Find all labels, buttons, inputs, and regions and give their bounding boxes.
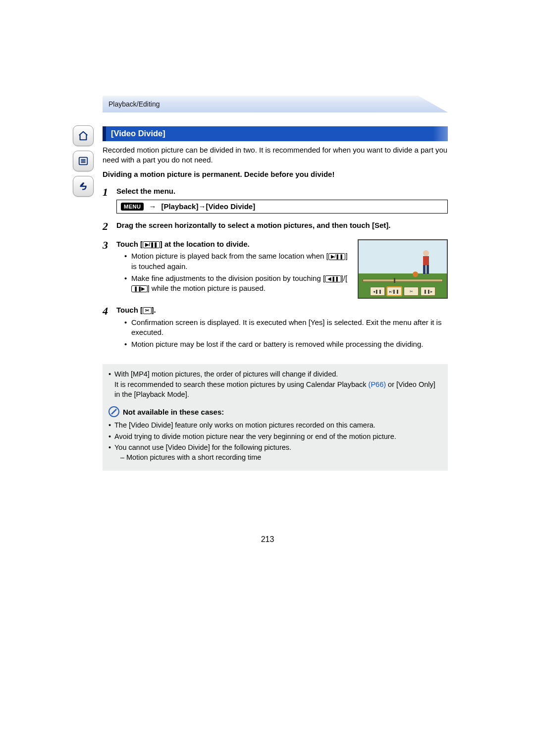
menu-path-video-divide: [Video Divide] [206, 202, 255, 211]
step-1: 1 Select the menu. MENU → [Playback]→[Vi… [103, 186, 448, 214]
na-bullet-3: You cannot use [Video Divide] for the fo… [108, 442, 442, 463]
nav-home-button[interactable] [73, 125, 94, 146]
intro-text: Recorded motion picture can be divided i… [103, 145, 448, 165]
na-bullet-1: The [Video Divide] feature only works on… [108, 420, 442, 430]
menu-path-playback: [Playback] [161, 202, 198, 211]
section-title-bar: [Video Divide] [103, 126, 448, 141]
step-3-bullet-1: Motion picture is played back from the s… [124, 251, 349, 271]
prohibited-icon [108, 406, 119, 417]
frame-back-icon: ◀❚❚ [325, 275, 341, 282]
frame-fwd-icon: ❚❚▶ [131, 285, 148, 292]
svg-rect-6 [423, 256, 429, 265]
na-bullet-2: Avoid trying to divide motion picture ne… [108, 432, 442, 441]
chapter-title: Playback/Editing [108, 100, 160, 108]
preview-divide-button: ✂ [404, 287, 419, 296]
step-1-title: Select the menu. [116, 186, 448, 196]
page-number: 213 [261, 535, 274, 544]
step-2-title: Drag the screen horizontally to select a… [116, 220, 448, 230]
arrow-icon: → [198, 202, 206, 211]
svg-rect-8 [427, 265, 429, 274]
preview-frame-fwd-button: ❚❚▸ [421, 287, 435, 296]
preview-screenshot: ◂❚❚ ▸/❚❚ ✂ ❚❚▸ [358, 239, 448, 299]
svg-rect-7 [423, 265, 426, 274]
list-icon [78, 156, 89, 166]
play-pause-icon: ▶/❚❚ [328, 253, 346, 260]
chapter-header: Playback/Editing [103, 96, 448, 112]
step-4: 4 Touch [✂]. Confirmation screen is disp… [103, 305, 448, 351]
svg-line-9 [111, 409, 116, 414]
menu-path: MENU → [Playback]→[Video Divide] [116, 200, 448, 214]
home-icon [78, 130, 89, 141]
preview-frame-back-button: ◂❚❚ [370, 287, 385, 296]
note-mp4: With [MP4] motion pictures, the order of… [108, 369, 442, 399]
nav-contents-button[interactable] [73, 151, 94, 171]
play-pause-icon: ▶/❚❚ [143, 241, 160, 248]
page-link-p66[interactable]: (P66) [369, 380, 386, 388]
svg-marker-4 [80, 182, 83, 185]
menu-badge: MENU [121, 203, 144, 211]
person-icon [418, 249, 434, 276]
back-arrow-icon [78, 181, 89, 192]
svg-point-5 [423, 250, 429, 256]
step-number: 2 [103, 220, 116, 232]
preview-play-pause-button: ▸/❚❚ [387, 287, 402, 296]
na-sub-bullet-1: Motion pictures with a short recording t… [120, 452, 442, 462]
step-number: 1 [103, 186, 116, 214]
nav-back-button[interactable] [73, 176, 94, 197]
step-number: 3 [103, 239, 116, 295]
step-3-title: Touch [▶/❚❚] at the location to divide. [116, 239, 349, 249]
not-available-heading: Not available in these cases: [108, 406, 442, 417]
notes-block: With [MP4] motion pictures, the order of… [103, 364, 448, 470]
section-title: [Video Divide] [111, 129, 165, 138]
step-2: 2 Drag the screen horizontally to select… [103, 220, 448, 232]
step-number: 4 [103, 305, 116, 351]
step-4-bullet-2: Motion picture may be lost if the card o… [124, 339, 448, 349]
step-4-bullet-1: Confirmation screen is displayed. It is … [124, 318, 448, 338]
arrow-icon: → [149, 202, 156, 211]
warning-text: Dividing a motion picture is permanent. … [103, 169, 448, 179]
divide-icon: ✂ [143, 307, 152, 314]
step-4-title: Touch [✂]. [116, 305, 448, 315]
step-3-bullet-2: Make fine adjustments to the division po… [124, 273, 349, 294]
